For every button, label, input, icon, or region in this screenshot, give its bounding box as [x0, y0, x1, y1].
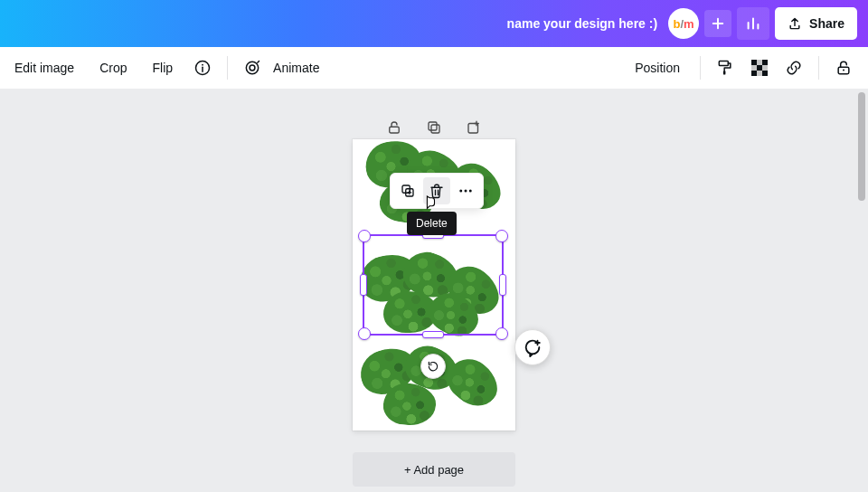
svg-rect-18: [429, 122, 437, 130]
transparency-button[interactable]: [744, 52, 775, 83]
toolbar-divider: [818, 56, 819, 80]
toolbar-divider: [700, 56, 701, 80]
duplicate-icon: [400, 183, 416, 199]
svg-point-23: [459, 190, 462, 193]
avatar[interactable]: b/m: [668, 8, 699, 39]
flip-button[interactable]: Flip: [142, 51, 184, 85]
more-options-button[interactable]: [452, 177, 479, 204]
rotate-icon: [427, 360, 439, 373]
svg-rect-13: [762, 65, 768, 71]
animate-icon-button[interactable]: [237, 52, 268, 83]
animate-icon: [243, 59, 261, 77]
resize-handle-w[interactable]: [360, 274, 367, 296]
transparency-icon: [751, 60, 768, 76]
link-button[interactable]: [778, 52, 809, 83]
paint-roller-icon: [716, 59, 734, 77]
svg-rect-12: [751, 65, 757, 71]
style-copy-button[interactable]: [710, 52, 741, 83]
resize-handle-se[interactable]: [495, 327, 508, 340]
design-name[interactable]: name your design here :): [507, 16, 657, 31]
add-page-top-button[interactable]: [462, 116, 486, 139]
trash-icon: [429, 183, 445, 199]
add-member-button[interactable]: [704, 10, 731, 37]
lock-open-icon: [386, 119, 402, 136]
svg-rect-10: [762, 71, 768, 76]
position-button[interactable]: Position: [624, 51, 691, 85]
svg-point-1: [202, 64, 203, 66]
share-label: Share: [809, 16, 844, 31]
duplicate-page-button[interactable]: [422, 116, 446, 139]
svg-rect-14: [757, 71, 762, 76]
rotate-handle[interactable]: [420, 354, 446, 379]
page-actions: [382, 116, 486, 139]
svg-rect-5: [723, 71, 726, 74]
resize-handle-sw[interactable]: [358, 327, 371, 340]
chart-icon: [745, 15, 761, 32]
resize-handle-ne[interactable]: [495, 230, 508, 242]
svg-rect-8: [757, 65, 762, 71]
svg-point-24: [465, 190, 467, 193]
crop-button[interactable]: Crop: [89, 51, 137, 85]
link-icon: [785, 59, 803, 77]
svg-point-2: [246, 62, 258, 73]
app-header: name your design here :) b/m Share: [0, 0, 868, 47]
comment-add-icon: [523, 337, 542, 357]
svg-rect-6: [751, 60, 757, 65]
canvas-page[interactable]: Delete: [353, 139, 515, 430]
info-button[interactable]: [187, 52, 218, 83]
svg-rect-9: [751, 71, 757, 76]
plus-icon: [712, 17, 724, 30]
toolbar-divider: [227, 56, 228, 80]
svg-point-16: [843, 70, 844, 71]
resize-handle-e[interactable]: [499, 274, 506, 296]
svg-point-25: [469, 190, 472, 193]
add-page-button[interactable]: + Add page: [353, 452, 515, 487]
info-icon: [193, 59, 212, 77]
toolbar: Edit image Crop Flip Animate Position: [0, 47, 868, 90]
element-context-menu: [390, 173, 484, 209]
comment-fab[interactable]: [514, 329, 551, 365]
svg-rect-7: [762, 60, 768, 65]
svg-rect-17: [390, 127, 400, 133]
duplicate-icon: [426, 119, 442, 136]
svg-rect-11: [757, 60, 762, 65]
delete-element-button[interactable]: [423, 177, 450, 204]
analytics-button[interactable]: [737, 7, 769, 40]
upload-icon: [788, 16, 802, 31]
page-lock-button[interactable]: [382, 116, 406, 139]
lock-open-icon: [835, 59, 853, 77]
svg-rect-19: [431, 125, 439, 133]
share-button[interactable]: Share: [775, 7, 857, 40]
animate-button[interactable]: Animate: [271, 51, 330, 85]
add-page-icon: [466, 119, 482, 136]
more-icon: [458, 183, 474, 199]
svg-point-3: [250, 65, 255, 71]
canvas-area: Delete + Add page: [0, 89, 868, 492]
edit-image-button[interactable]: Edit image: [4, 51, 85, 85]
scrollbar-thumb[interactable]: [858, 92, 865, 201]
vertical-scrollbar[interactable]: [857, 89, 866, 492]
lock-button[interactable]: [828, 52, 859, 83]
resize-handle-nw[interactable]: [358, 230, 371, 242]
duplicate-element-button[interactable]: [394, 177, 421, 204]
svg-rect-4: [719, 62, 728, 66]
delete-tooltip: Delete: [407, 212, 457, 235]
selection-box[interactable]: [363, 234, 504, 336]
resize-handle-s[interactable]: [422, 331, 444, 338]
